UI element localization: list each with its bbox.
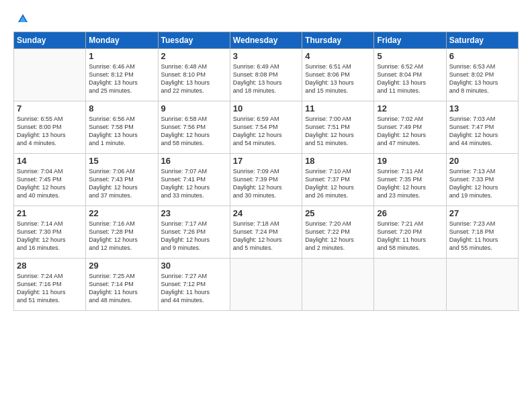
calendar-cell: 8Sunrise: 6:56 AMSunset: 7:58 PMDaylight… — [86, 101, 158, 153]
day-number: 3 — [233, 51, 299, 61]
day-number: 20 — [449, 156, 515, 166]
day-details: Sunrise: 7:24 AMSunset: 7:16 PMDaylight:… — [17, 272, 83, 305]
day-number: 29 — [89, 261, 154, 271]
calendar-cell — [374, 258, 446, 310]
calendar-cell: 13Sunrise: 7:03 AMSunset: 7:47 PMDayligh… — [446, 101, 518, 153]
calendar-cell: 23Sunrise: 7:17 AMSunset: 7:26 PMDayligh… — [158, 205, 230, 258]
day-number: 21 — [17, 208, 83, 218]
day-number: 19 — [377, 156, 443, 166]
day-number: 24 — [233, 208, 299, 218]
calendar-cell: 19Sunrise: 7:11 AMSunset: 7:35 PMDayligh… — [374, 153, 446, 205]
day-details: Sunrise: 7:11 AMSunset: 7:35 PMDaylight:… — [377, 167, 443, 200]
day-details: Sunrise: 7:10 AMSunset: 7:37 PMDaylight:… — [305, 167, 371, 200]
day-details: Sunrise: 7:07 AMSunset: 7:41 PMDaylight:… — [161, 167, 227, 200]
calendar-cell — [230, 258, 302, 310]
calendar-cell: 15Sunrise: 7:06 AMSunset: 7:43 PMDayligh… — [86, 153, 158, 205]
day-number: 14 — [17, 156, 83, 166]
day-number: 6 — [449, 51, 515, 61]
day-details: Sunrise: 7:17 AMSunset: 7:26 PMDaylight:… — [161, 220, 227, 253]
week-row: 28Sunrise: 7:24 AMSunset: 7:16 PMDayligh… — [14, 258, 519, 310]
calendar-cell: 2Sunrise: 6:48 AMSunset: 8:10 PMDaylight… — [158, 48, 230, 101]
day-details: Sunrise: 7:09 AMSunset: 7:39 PMDaylight:… — [233, 167, 299, 200]
calendar-cell: 14Sunrise: 7:04 AMSunset: 7:45 PMDayligh… — [14, 153, 86, 205]
day-details: Sunrise: 6:56 AMSunset: 7:58 PMDaylight:… — [89, 115, 154, 148]
logo-icon — [17, 12, 29, 25]
day-details: Sunrise: 6:51 AMSunset: 8:06 PMDaylight:… — [305, 62, 371, 95]
day-details: Sunrise: 6:49 AMSunset: 8:08 PMDaylight:… — [233, 62, 299, 95]
day-number: 22 — [89, 208, 154, 218]
header-row: SundayMondayTuesdayWednesdayThursdayFrid… — [14, 32, 519, 48]
day-number: 12 — [377, 103, 443, 113]
day-details: Sunrise: 7:25 AMSunset: 7:14 PMDaylight:… — [89, 272, 154, 305]
calendar-cell: 1Sunrise: 6:46 AMSunset: 8:12 PMDaylight… — [86, 48, 158, 101]
day-number: 8 — [89, 103, 154, 113]
day-number: 2 — [161, 51, 227, 61]
col-header-wednesday: Wednesday — [230, 32, 302, 48]
calendar-cell: 30Sunrise: 7:27 AMSunset: 7:12 PMDayligh… — [158, 258, 230, 310]
day-number: 23 — [161, 208, 227, 218]
day-details: Sunrise: 7:03 AMSunset: 7:47 PMDaylight:… — [449, 115, 515, 148]
week-row: 1Sunrise: 6:46 AMSunset: 8:12 PMDaylight… — [14, 48, 519, 101]
page: SundayMondayTuesdayWednesdayThursdayFrid… — [0, 0, 532, 411]
calendar-cell — [302, 258, 374, 310]
calendar-cell — [14, 48, 86, 101]
calendar-cell: 20Sunrise: 7:13 AMSunset: 7:33 PMDayligh… — [446, 153, 518, 205]
calendar-cell: 22Sunrise: 7:16 AMSunset: 7:28 PMDayligh… — [86, 205, 158, 258]
calendar-cell: 18Sunrise: 7:10 AMSunset: 7:37 PMDayligh… — [302, 153, 374, 205]
day-number: 4 — [305, 51, 371, 61]
calendar-cell: 10Sunrise: 6:59 AMSunset: 7:54 PMDayligh… — [230, 101, 302, 153]
day-details: Sunrise: 6:53 AMSunset: 8:02 PMDaylight:… — [449, 62, 515, 95]
day-number: 16 — [161, 156, 227, 166]
day-number: 1 — [89, 51, 154, 61]
col-header-sunday: Sunday — [14, 32, 86, 48]
day-details: Sunrise: 7:13 AMSunset: 7:33 PMDaylight:… — [449, 167, 515, 200]
day-details: Sunrise: 7:23 AMSunset: 7:18 PMDaylight:… — [449, 220, 515, 253]
day-number: 26 — [377, 208, 443, 218]
col-header-monday: Monday — [86, 32, 158, 48]
day-number: 30 — [161, 261, 227, 271]
calendar-cell: 25Sunrise: 7:20 AMSunset: 7:22 PMDayligh… — [302, 205, 374, 258]
day-number: 17 — [233, 156, 299, 166]
week-row: 21Sunrise: 7:14 AMSunset: 7:30 PMDayligh… — [14, 205, 519, 258]
calendar-table: SundayMondayTuesdayWednesdayThursdayFrid… — [13, 32, 519, 311]
day-details: Sunrise: 6:59 AMSunset: 7:54 PMDaylight:… — [233, 115, 299, 148]
week-row: 7Sunrise: 6:55 AMSunset: 8:00 PMDaylight… — [14, 101, 519, 153]
calendar-cell: 6Sunrise: 6:53 AMSunset: 8:02 PMDaylight… — [446, 48, 518, 101]
week-row: 14Sunrise: 7:04 AMSunset: 7:45 PMDayligh… — [14, 153, 519, 205]
day-number: 7 — [17, 103, 83, 113]
day-details: Sunrise: 7:20 AMSunset: 7:22 PMDaylight:… — [305, 220, 371, 253]
day-number: 11 — [305, 103, 371, 113]
day-details: Sunrise: 6:58 AMSunset: 7:56 PMDaylight:… — [161, 115, 227, 148]
calendar-cell — [446, 258, 518, 310]
day-details: Sunrise: 7:02 AMSunset: 7:49 PMDaylight:… — [377, 115, 443, 148]
calendar-cell: 11Sunrise: 7:00 AMSunset: 7:51 PMDayligh… — [302, 101, 374, 153]
calendar-cell: 9Sunrise: 6:58 AMSunset: 7:56 PMDaylight… — [158, 101, 230, 153]
day-details: Sunrise: 7:14 AMSunset: 7:30 PMDaylight:… — [17, 220, 83, 253]
calendar-cell: 28Sunrise: 7:24 AMSunset: 7:16 PMDayligh… — [14, 258, 86, 310]
day-number: 13 — [449, 103, 515, 113]
day-number: 10 — [233, 103, 299, 113]
day-details: Sunrise: 6:55 AMSunset: 8:00 PMDaylight:… — [17, 115, 83, 148]
calendar-cell: 26Sunrise: 7:21 AMSunset: 7:20 PMDayligh… — [374, 205, 446, 258]
calendar-cell: 29Sunrise: 7:25 AMSunset: 7:14 PMDayligh… — [86, 258, 158, 310]
day-number: 18 — [305, 156, 371, 166]
day-number: 5 — [377, 51, 443, 61]
col-header-tuesday: Tuesday — [158, 32, 230, 48]
day-details: Sunrise: 6:48 AMSunset: 8:10 PMDaylight:… — [161, 62, 227, 95]
col-header-thursday: Thursday — [302, 32, 374, 48]
day-details: Sunrise: 6:46 AMSunset: 8:12 PMDaylight:… — [89, 62, 154, 95]
calendar-cell: 27Sunrise: 7:23 AMSunset: 7:18 PMDayligh… — [446, 205, 518, 258]
calendar-cell: 12Sunrise: 7:02 AMSunset: 7:49 PMDayligh… — [374, 101, 446, 153]
calendar-cell: 16Sunrise: 7:07 AMSunset: 7:41 PMDayligh… — [158, 153, 230, 205]
col-header-saturday: Saturday — [446, 32, 518, 48]
day-details: Sunrise: 7:04 AMSunset: 7:45 PMDaylight:… — [17, 167, 83, 200]
calendar-cell: 17Sunrise: 7:09 AMSunset: 7:39 PMDayligh… — [230, 153, 302, 205]
day-details: Sunrise: 7:06 AMSunset: 7:43 PMDaylight:… — [89, 167, 154, 200]
day-number: 27 — [449, 208, 515, 218]
day-details: Sunrise: 6:52 AMSunset: 8:04 PMDaylight:… — [377, 62, 443, 95]
calendar-cell: 24Sunrise: 7:18 AMSunset: 7:24 PMDayligh… — [230, 205, 302, 258]
day-details: Sunrise: 7:21 AMSunset: 7:20 PMDaylight:… — [377, 220, 443, 253]
logo — [13, 12, 29, 25]
day-details: Sunrise: 7:18 AMSunset: 7:24 PMDaylight:… — [233, 220, 299, 253]
day-number: 28 — [17, 261, 83, 271]
